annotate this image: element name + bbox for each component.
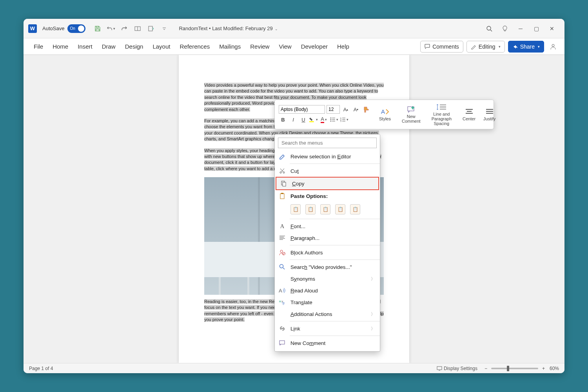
numbering-icon[interactable]: 123▾ (340, 115, 348, 124)
svg-line-50 (283, 268, 285, 269)
tab-review[interactable]: Review (245, 40, 274, 53)
zoom-in-button[interactable]: + (542, 366, 545, 371)
synonyms-icon (279, 275, 286, 282)
tab-home[interactable]: Home (48, 40, 73, 53)
menu-translate[interactable]: a字 Translate (275, 296, 380, 308)
zoom-level[interactable]: 60% (550, 366, 559, 371)
menu-search-input[interactable] (278, 138, 377, 148)
context-menu: Review selection in Editor Cut Copy Past… (274, 134, 380, 352)
tab-developer[interactable]: Developer (296, 40, 332, 53)
paste-text-icon[interactable]: 📋 (335, 204, 345, 214)
font-color-icon[interactable]: A▾ (319, 115, 328, 124)
maximize-button[interactable]: ▢ (528, 23, 544, 34)
font-family-input[interactable] (279, 105, 325, 114)
autosave-label: AutoSave (42, 25, 64, 31)
italic-icon[interactable]: I (289, 115, 298, 124)
menu-font[interactable]: A Font... (275, 220, 380, 232)
styles-button[interactable]: A Styles (375, 102, 395, 127)
search-icon[interactable] (481, 23, 497, 34)
svg-rect-39 (283, 182, 286, 186)
close-button[interactable]: ✕ (544, 23, 560, 34)
tab-view[interactable]: View (274, 40, 296, 53)
zoom-out-button[interactable]: − (485, 366, 487, 371)
paragraph-icon (279, 234, 286, 241)
center-button[interactable]: Center (459, 102, 479, 127)
statusbar: Page 1 of 4 Display Settings − + 60% (24, 363, 564, 373)
zoom-slider[interactable] (491, 368, 538, 369)
font-size-input[interactable] (327, 105, 340, 114)
ribbon-tabs: File Home Insert Draw Design Layout Refe… (24, 38, 564, 55)
underline-icon[interactable]: U (299, 115, 308, 124)
menu-paragraph[interactable]: Paragraph... (275, 232, 380, 244)
undo-icon[interactable]: ▾ (107, 24, 115, 33)
titlebar: W AutoSave On ▾ RandomText • Last Modifi… (24, 19, 564, 38)
qat-icon-2[interactable] (147, 24, 155, 33)
comments-button[interactable]: Comments (420, 41, 463, 53)
chevron-right-icon: 〉 (371, 276, 375, 282)
tab-insert[interactable]: Insert (73, 40, 97, 53)
autosave-toggle[interactable]: On (67, 24, 85, 33)
svg-rect-40 (280, 194, 284, 199)
highlight-icon[interactable]: ▾ (309, 115, 318, 124)
comment-icon (279, 339, 286, 347)
tab-file[interactable]: File (29, 40, 48, 53)
paste-picture-icon[interactable]: 📋 (320, 204, 330, 214)
bold-icon[interactable]: B (279, 115, 287, 124)
read-aloud-icon: A (279, 287, 286, 294)
menu-synonyms[interactable]: Synonyms 〉 (275, 273, 380, 285)
tab-help[interactable]: Help (332, 40, 354, 53)
save-icon[interactable] (93, 24, 102, 33)
paste-keep-source-icon[interactable]: 📋 (290, 204, 301, 214)
menu-additional-actions[interactable]: Additional Actions 〉 (275, 308, 380, 320)
chevron-right-icon: 〉 (371, 311, 375, 317)
svg-rect-41 (281, 193, 283, 194)
menu-paste-options: Paste Options: (275, 190, 380, 202)
svg-point-4 (487, 26, 491, 30)
svg-point-12 (330, 119, 331, 120)
menu-link[interactable]: Link 〉 (275, 323, 380, 334)
format-painter-icon[interactable] (362, 105, 370, 114)
svg-rect-54 (279, 341, 285, 344)
menu-review-editor[interactable]: Review selection in Editor (275, 151, 380, 162)
paste-merge-icon[interactable]: 📋 (305, 204, 316, 214)
display-settings[interactable]: Display Settings (444, 366, 477, 371)
menu-search[interactable] (278, 138, 377, 148)
word-logo-icon: W (28, 24, 37, 33)
menu-search-text[interactable]: Search "Video provides..." (275, 261, 380, 273)
menu-new-comment[interactable]: New Comment (275, 337, 380, 349)
chevron-right-icon: 〉 (371, 326, 375, 332)
line-spacing-button[interactable]: Line and Paragraph Spacing (428, 102, 456, 127)
menu-copy[interactable]: Copy (276, 177, 379, 190)
svg-point-14 (330, 121, 331, 122)
minimize-button[interactable]: ─ (513, 23, 528, 34)
bullets-icon[interactable]: ▾ (330, 115, 338, 124)
page-indicator[interactable]: Page 1 of 4 (29, 366, 53, 371)
font-icon: A (279, 223, 286, 230)
menu-read-aloud[interactable]: A Read Aloud (275, 285, 380, 296)
qat-more-icon[interactable] (160, 24, 169, 33)
menu-cut[interactable]: Cut (275, 165, 380, 177)
editing-button[interactable]: Editing▾ (466, 41, 505, 53)
redo-icon[interactable] (120, 24, 129, 33)
menu-block-authors[interactable]: Block Authors (275, 247, 380, 258)
svg-line-48 (283, 253, 285, 255)
cut-icon (279, 167, 286, 174)
justify-button[interactable]: Justify (479, 102, 499, 127)
paste-default-icon[interactable]: 📋 (350, 204, 360, 214)
shrink-font-icon[interactable]: A▾ (352, 105, 360, 114)
new-comment-button[interactable]: New Comment (398, 102, 425, 127)
svg-text:3: 3 (340, 120, 341, 122)
svg-point-6 (552, 44, 554, 47)
tab-layout[interactable]: Layout (148, 40, 175, 53)
grow-font-icon[interactable]: A▴ (341, 105, 350, 114)
qat-icon-1[interactable] (133, 24, 142, 33)
svg-point-10 (330, 118, 331, 118)
lightbulb-icon[interactable] (497, 23, 513, 34)
tab-mailings[interactable]: Mailings (214, 40, 245, 53)
account-icon[interactable] (547, 41, 559, 53)
tab-references[interactable]: References (175, 40, 214, 53)
tab-draw[interactable]: Draw (97, 40, 120, 53)
tab-design[interactable]: Design (120, 40, 148, 53)
share-button[interactable]: Share▾ (508, 41, 544, 53)
svg-rect-7 (437, 367, 442, 370)
